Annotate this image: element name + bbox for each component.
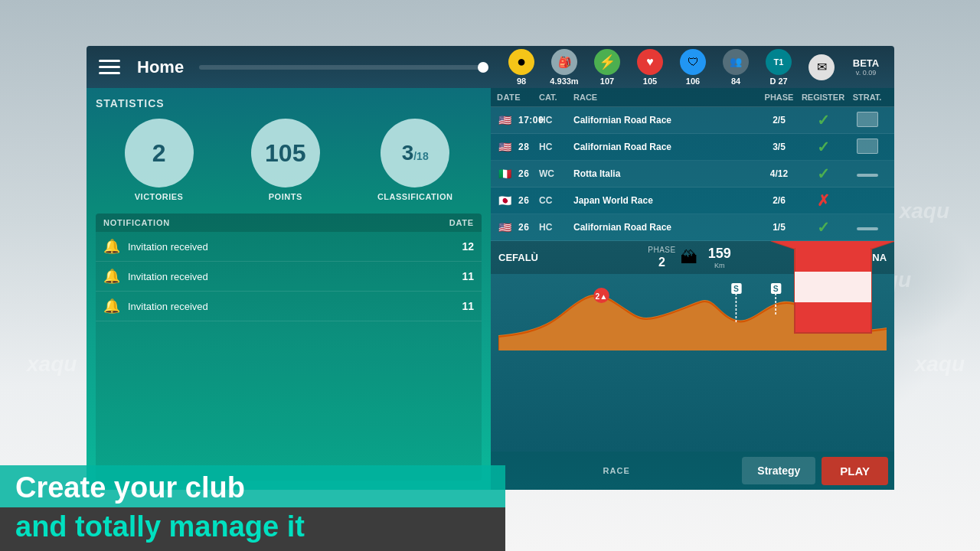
beta-label: BETA: [853, 57, 879, 69]
map-from: CEFALÙ: [498, 252, 648, 263]
beta-version: v. 0.09: [856, 69, 876, 77]
left-panel: STATISTICS 2 VICTORIES 105 POINTS: [87, 88, 491, 490]
race-phase-3: 4/12: [758, 168, 800, 179]
race-date-val-5: 26: [518, 222, 529, 233]
flag-5: 🇺🇸: [497, 222, 514, 233]
menu-button[interactable]: [96, 57, 123, 77]
flag-3: 🇮🇹: [497, 168, 514, 180]
check-icon-3: ✓: [817, 165, 830, 182]
race-cat-5: HC: [539, 222, 573, 233]
race-row-2[interactable]: 🇺🇸 28 HC Californian Road Race 3/5 ✓: [491, 134, 894, 161]
stat-heart: ♥ 105: [632, 49, 668, 86]
race-name-5: Californian Road Race: [573, 222, 758, 233]
col-header-cat: CAT.: [539, 93, 573, 102]
notification-row-2[interactable]: 🔔 Invitation received 11: [96, 262, 482, 292]
stat-distance: 🎒 4.933m: [547, 49, 582, 86]
overlay-text: Create your club and totally manage it: [0, 465, 505, 551]
play-button[interactable]: PLAY: [822, 457, 888, 485]
race-phase-5: 1/5: [758, 222, 800, 233]
race-row-1[interactable]: 🇺🇸 17:00 HC Californian Road Race 2/5 ✓: [491, 107, 894, 134]
heart-icon: ♥: [637, 49, 663, 75]
notification-row-3[interactable]: 🔔 Invitation received 11: [96, 292, 482, 321]
race-date-val-3: 26: [518, 168, 529, 179]
race-cat-4: CC: [539, 195, 573, 206]
race-date-5: 🇺🇸 26: [497, 222, 539, 233]
strat-line-5[interactable]: [857, 227, 878, 230]
strat-line-3[interactable]: [857, 174, 878, 177]
bolt-icon: ⚡: [594, 49, 620, 75]
race-strat-5[interactable]: [846, 223, 888, 232]
bell-icon-3: 🔔: [103, 298, 120, 315]
map-section: CEFALÙ PHASE 2 🏔 159 Km ETNA: [491, 241, 894, 452]
race-strat-3[interactable]: [846, 169, 888, 178]
strat-box-1[interactable]: [857, 112, 878, 127]
col-header-phase: PHASE: [758, 93, 800, 102]
notification-header-label: NOTIFICATION: [103, 218, 170, 227]
race-phase-1: 2/5: [758, 115, 800, 126]
map-phase-info: PHASE 2: [648, 246, 675, 269]
points-circle: 105: [251, 119, 320, 187]
watermark-2: xaqu: [915, 352, 965, 377]
race-date-val-4: 26: [518, 195, 529, 206]
race-reg-4: ✗: [800, 191, 846, 210]
top-bar: Home ● 98 🎒 4.933m ⚡ 107 ♥ 105 🛡 106 👥 8…: [87, 46, 894, 88]
watermark-1: xaqu: [900, 199, 949, 223]
coins-icon: ●: [508, 49, 534, 75]
app-window: Home ● 98 🎒 4.933m ⚡ 107 ♥ 105 🛡 106 👥 8…: [87, 46, 894, 490]
coins-value: 98: [517, 77, 526, 86]
distance-icon: 🎒: [551, 49, 577, 75]
shield-value: 106: [686, 77, 700, 86]
race-row-5[interactable]: 🇺🇸 26 HC Californian Road Race 1/5 ✓: [491, 214, 894, 241]
race-cat-2: HC: [539, 142, 573, 152]
stat-coins: ● 98: [504, 49, 539, 86]
notification-date-3: 11: [462, 300, 474, 312]
strategy-button[interactable]: Strategy: [742, 457, 815, 484]
notification-row-1[interactable]: 🔔 Invitation received 12: [96, 232, 482, 262]
people-value: 84: [731, 77, 740, 86]
stats-circles: 2 VICTORIES 105 POINTS 3/18 CLASSIFIC: [96, 119, 482, 201]
map-phase-label: PHASE: [648, 246, 675, 254]
stat-mail[interactable]: ✉: [804, 54, 839, 80]
notification-text-2: Invitation received: [128, 271, 454, 282]
points-stat: 105 POINTS: [251, 119, 320, 201]
victories-stat: 2 VICTORIES: [125, 119, 194, 201]
race-name-2: Californian Road Race: [573, 142, 758, 152]
jersey-svg: [764, 241, 894, 348]
page-title: Home: [137, 57, 184, 77]
race-reg-1: ✓: [800, 111, 846, 129]
race-strat-1[interactable]: [846, 112, 888, 129]
race-row-3[interactable]: 🇮🇹 26 WC Rotta Italia 4/12 ✓: [491, 161, 894, 187]
race-table-header: DATE CAT. RACE PHASE REGISTER STRAT.: [491, 88, 894, 107]
race-date-4: 🇯🇵 26: [497, 195, 539, 207]
notification-text-1: Invitation received: [128, 241, 454, 253]
col-header-register: REGISTER: [800, 93, 846, 102]
flag-1: 🇺🇸: [497, 115, 514, 126]
svg-text:S: S: [733, 285, 739, 293]
distance-value: 4.933m: [550, 77, 578, 86]
race-phase-4: 2/6: [758, 195, 800, 206]
tier-value: D 27: [769, 77, 787, 86]
bottom-bar: RACE Strategy PLAY: [491, 452, 894, 490]
col-header-strat: STRAT.: [846, 93, 888, 102]
right-panel: DATE CAT. RACE PHASE REGISTER STRAT. 🇺🇸 …: [491, 88, 894, 490]
notification-date-2: 11: [462, 270, 474, 282]
strat-box-2[interactable]: [857, 139, 878, 154]
race-reg-5: ✓: [800, 218, 846, 236]
race-name-3: Rotta Italia: [573, 168, 758, 179]
beta-info: BETA v. 0.09: [847, 57, 885, 77]
stat-tier: T1 D 27: [761, 49, 796, 86]
notification-text-3: Invitation received: [128, 301, 454, 312]
notifications-section: NOTIFICATION DATE 🔔 Invitation received …: [96, 214, 482, 481]
race-row-4[interactable]: 🇯🇵 26 CC Japan World Race 2/6 ✗: [491, 187, 894, 214]
notification-date-1: 12: [462, 240, 474, 253]
check-icon-2: ✓: [817, 139, 830, 155]
tier-icon: T1: [766, 49, 792, 75]
mail-icon[interactable]: ✉: [808, 54, 835, 80]
watermark-3: xaqu: [27, 352, 77, 377]
shield-icon: 🛡: [680, 49, 706, 75]
victories-value: 2: [152, 139, 166, 168]
race-strat-2[interactable]: [846, 139, 888, 155]
points-label: POINTS: [269, 192, 302, 201]
classification-stat: 3/18 CLASSIFICATION: [377, 119, 452, 201]
check-icon-5: ✓: [817, 219, 830, 236]
